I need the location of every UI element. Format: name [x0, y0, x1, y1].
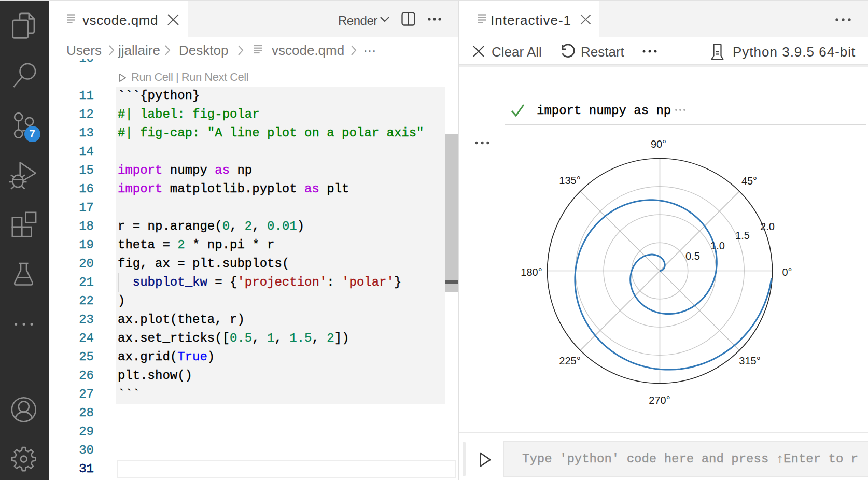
- svg-text:1.5: 1.5: [735, 230, 750, 241]
- svg-text:225°: 225°: [559, 355, 580, 366]
- svg-text:270°: 270°: [649, 394, 670, 406]
- svg-text:0.5: 0.5: [685, 250, 700, 262]
- svg-text:2.0: 2.0: [760, 221, 775, 232]
- svg-text:1.0: 1.0: [710, 240, 725, 251]
- svg-text:135°: 135°: [559, 175, 580, 186]
- svg-text:180°: 180°: [521, 266, 542, 278]
- svg-text:90°: 90°: [651, 138, 666, 150]
- svg-text:0°: 0°: [782, 266, 792, 278]
- svg-text:45°: 45°: [741, 175, 757, 187]
- svg-text:315°: 315°: [739, 355, 760, 366]
